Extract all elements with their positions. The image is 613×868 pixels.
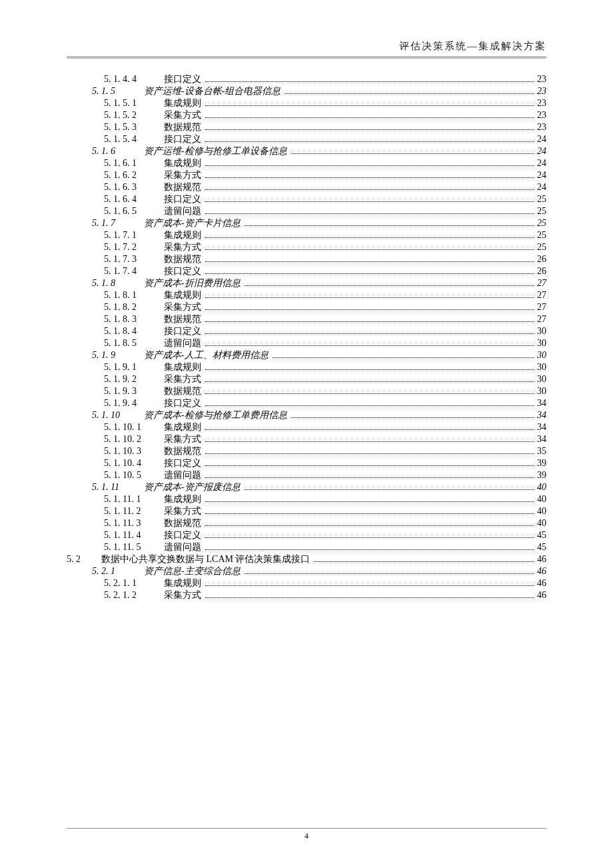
toc-title: 接口定义 (164, 135, 201, 144)
toc-entry[interactable]: 5. 1. 8. 5遗留问题30 (67, 339, 546, 348)
toc-page: 30 (537, 375, 546, 384)
toc-number: 5. 1. 7 (92, 219, 132, 228)
toc-page: 26 (537, 255, 546, 264)
toc-number: 5. 1. 4. 4 (104, 75, 152, 84)
header-rule-bottom (67, 58, 546, 59)
toc-entry[interactable]: 5. 1. 11. 5遗留问题45 (67, 543, 546, 552)
toc-entry[interactable]: 5. 1. 6. 2采集方式24 (67, 171, 546, 180)
toc-entry[interactable]: 5. 1. 7. 3数据规范26 (67, 255, 546, 264)
toc-title: 资产信息-主变综合信息 (144, 567, 241, 576)
page-footer: 4 (67, 828, 546, 841)
toc-leader (205, 580, 534, 586)
toc-page: 24 (537, 135, 546, 144)
toc-page: 30 (537, 327, 546, 336)
toc-title: 资产运维-设备台帐-组合电器信息 (144, 87, 281, 96)
toc-page: 25 (537, 207, 546, 216)
toc-page: 46 (537, 567, 546, 576)
toc-leader (205, 364, 534, 370)
toc-page: 30 (537, 351, 546, 360)
toc-page: 27 (537, 303, 546, 312)
toc-entry[interactable]: 5. 1. 6资产运维-检修与抢修工单设备信息24 (67, 147, 546, 156)
toc-page: 23 (537, 111, 546, 120)
toc-page: 24 (537, 147, 546, 156)
toc-title: 数据规范 (164, 183, 201, 192)
toc-leader (205, 388, 534, 394)
toc-entry[interactable]: 5. 1. 8. 4接口定义30 (67, 327, 546, 336)
toc-entry[interactable]: 5. 1. 7. 4接口定义26 (67, 267, 546, 276)
toc-leader (285, 88, 534, 94)
toc-title: 数据规范 (164, 387, 201, 396)
toc-entry[interactable]: 5. 1. 7. 2采集方式25 (67, 243, 546, 252)
toc-leader (291, 148, 534, 154)
toc-entry[interactable]: 5. 1. 5. 1集成规则23 (67, 99, 546, 108)
toc-number: 5. 1. 5. 2 (104, 111, 152, 120)
toc-entry[interactable]: 5. 2. 1资产信息-主变综合信息46 (67, 567, 546, 576)
toc-number: 5. 1. 6 (92, 147, 132, 156)
toc-entry[interactable]: 5. 1. 5. 2采集方式23 (67, 111, 546, 120)
toc-entry[interactable]: 5. 1. 9. 1集成规则30 (67, 363, 546, 372)
toc-number: 5. 1. 8. 3 (104, 315, 152, 324)
toc-entry[interactable]: 5. 1. 8. 1集成规则27 (67, 291, 546, 300)
toc-title: 集成规则 (164, 423, 201, 432)
toc-number: 5. 1. 6. 2 (104, 171, 152, 180)
toc-entry[interactable]: 5. 1. 10. 5遗留问题39 (67, 471, 546, 480)
toc-number: 5. 1. 7. 1 (104, 231, 152, 240)
toc-title: 遗留问题 (164, 543, 201, 552)
toc-title: 资产成本-折旧费用信息 (144, 279, 241, 288)
toc-entry[interactable]: 5. 1. 4. 4接口定义23 (67, 75, 546, 84)
toc-title: 接口定义 (164, 531, 201, 540)
toc-leader (205, 292, 534, 298)
toc-entry[interactable]: 5. 1. 5. 4接口定义24 (67, 135, 546, 144)
toc-entry[interactable]: 5. 1. 6. 5遗留问题25 (67, 207, 546, 216)
toc-number: 5. 1. 9. 2 (104, 375, 152, 384)
toc-number: 5. 1. 6. 5 (104, 207, 152, 216)
toc-entry[interactable]: 5. 1. 11. 1集成规则40 (67, 495, 546, 504)
toc-entry[interactable]: 5. 1. 11. 2采集方式40 (67, 507, 546, 516)
toc-title: 数据规范 (164, 123, 201, 132)
toc-entry[interactable]: 5. 1. 9. 3数据规范30 (67, 387, 546, 396)
toc-entry[interactable]: 5. 1. 9资产成本-人工、材料费用信息30 (67, 351, 546, 360)
toc-entry[interactable]: 5. 2. 1. 1集成规则46 (67, 579, 546, 588)
toc-entry[interactable]: 5. 1. 6. 1集成规则24 (67, 159, 546, 168)
toc-page: 45 (537, 531, 546, 540)
toc-entry[interactable]: 5. 1. 10. 3数据规范35 (67, 447, 546, 456)
toc-entry[interactable]: 5. 1. 5资产运维-设备台帐-组合电器信息23 (67, 87, 546, 96)
toc-page: 27 (537, 315, 546, 324)
toc-entry[interactable]: 5. 1. 10资产成本-检修与抢修工单费用信息34 (67, 411, 546, 420)
toc-entry[interactable]: 5. 1. 7资产成本-资产卡片信息25 (67, 219, 546, 228)
toc-page: 34 (537, 399, 546, 408)
toc-entry[interactable]: 5. 1. 7. 1集成规则25 (67, 231, 546, 240)
toc-entry[interactable]: 5. 1. 8资产成本-折旧费用信息27 (67, 279, 546, 288)
toc-entry[interactable]: 5. 1. 9. 4接口定义34 (67, 399, 546, 408)
toc-entry[interactable]: 5. 2. 1. 2采集方式46 (67, 591, 546, 600)
toc-entry[interactable]: 5. 1. 10. 4接口定义39 (67, 459, 546, 468)
toc-leader (205, 76, 534, 82)
toc-title: 数据规范 (164, 447, 201, 456)
toc-page: 30 (537, 363, 546, 372)
toc-title: 集成规则 (164, 495, 201, 504)
toc-entry[interactable]: 5. 2数据中心共享交换数据与 LCAM 评估决策集成接口46 (67, 555, 546, 564)
toc-entry[interactable]: 5. 1. 6. 4接口定义25 (67, 195, 546, 204)
toc-number: 5. 1. 7. 2 (104, 243, 152, 252)
toc-number: 5. 1. 5. 3 (104, 123, 152, 132)
toc-entry[interactable]: 5. 1. 11. 4接口定义45 (67, 531, 546, 540)
toc-entry[interactable]: 5. 1. 6. 3数据规范24 (67, 183, 546, 192)
toc-title: 采集方式 (164, 111, 201, 120)
toc-entry[interactable]: 5. 1. 8. 2采集方式27 (67, 303, 546, 312)
toc-number: 5. 1. 8. 4 (104, 327, 152, 336)
toc-page: 45 (537, 543, 546, 552)
toc-entry[interactable]: 5. 1. 5. 3数据规范23 (67, 123, 546, 132)
toc-entry[interactable]: 5. 1. 10. 2采集方式34 (67, 435, 546, 444)
toc-entry[interactable]: 5. 1. 10. 1集成规则34 (67, 423, 546, 432)
toc-leader (205, 316, 534, 322)
toc-title: 资产成本-资产报废信息 (144, 483, 241, 492)
toc-entry[interactable]: 5. 1. 11资产成本-资产报废信息40 (67, 483, 546, 492)
toc-leader (205, 208, 534, 214)
toc-page: 25 (537, 219, 546, 228)
toc-leader (205, 136, 534, 142)
toc-title: 接口定义 (164, 195, 201, 204)
toc-entry[interactable]: 5. 1. 11. 3数据规范40 (67, 519, 546, 528)
toc-entry[interactable]: 5. 1. 8. 3数据规范27 (67, 315, 546, 324)
toc-title: 集成规则 (164, 99, 201, 108)
toc-entry[interactable]: 5. 1. 9. 2采集方式30 (67, 375, 546, 384)
